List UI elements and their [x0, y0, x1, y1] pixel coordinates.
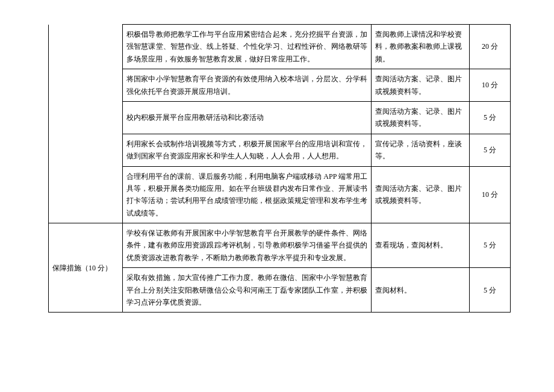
table-row: 保障措施（10 分）学校有保证教师有开展国家中小学智慧教育平台开展教学的硬件条件… [49, 223, 511, 268]
description-cell: 将国家中小学智慧教育平台资源的有效使用纳入校本培训，分层次、分学科强化依托平台资… [123, 69, 372, 102]
score-cell: 5 分 [470, 101, 511, 134]
description-cell: 采取有效措施，加大宣传推广工作力度。教师在微信、国家中小学智慧教育平台上分别关注… [123, 268, 372, 313]
description-cell: 利用家长会或制作培训视频等方式，积极开展国家平台的应用培训和宣传，做到国家平台资… [123, 134, 372, 166]
score-cell: 20 分 [470, 25, 511, 69]
evidence-cell: 查阅活动方案、记录、图片或视频资料等。 [372, 101, 470, 134]
evidence-cell: 查阅活动方案、记录、图片或视频资料等。 [372, 69, 470, 102]
category-cell: 保障措施（10 分） [49, 223, 123, 313]
score-cell: 10 分 [470, 69, 511, 102]
evidence-cell: 查阅教师上课情况和学校资料，教师教案和教师上课视频。 [372, 25, 470, 69]
category-cell [49, 25, 123, 223]
evidence-cell: 查阅活动方案、记录、图片或视频资料等。 [372, 166, 470, 223]
evidence-cell: 查看现场，查阅材料。 [372, 223, 470, 268]
score-cell: 5 分 [470, 268, 511, 313]
description-cell: 合理利用平台的课前、课后服务功能，利用电脑客户端或移动 APP 端常用工具等，积… [123, 166, 372, 223]
score-cell: 10 分 [470, 166, 511, 223]
description-cell: 校内积极开展平台应用教研活动和比赛活动 [123, 101, 372, 134]
description-cell: 学校有保证教师有开展国家中小学智慧教育平台开展教学的硬件条件、网络条件，建有教师… [123, 223, 372, 268]
score-cell: 5 分 [470, 134, 511, 166]
score-cell: 5 分 [470, 223, 511, 268]
description-cell: 积极倡导教师把教学工作与平台应用紧密结合起来，充分挖掘平台资源，加强智慧课堂、智… [123, 25, 372, 69]
rubric-table: 积极倡导教师把教学工作与平台应用紧密结合起来，充分挖掘平台资源，加强智慧课堂、智… [48, 24, 511, 313]
evidence-cell: 宣传记录，活动资料，座谈等。 [372, 134, 470, 166]
evidence-cell: 查阅材料。 [372, 268, 470, 313]
table-row: 积极倡导教师把教学工作与平台应用紧密结合起来，充分挖掘平台资源，加强智慧课堂、智… [49, 25, 511, 69]
